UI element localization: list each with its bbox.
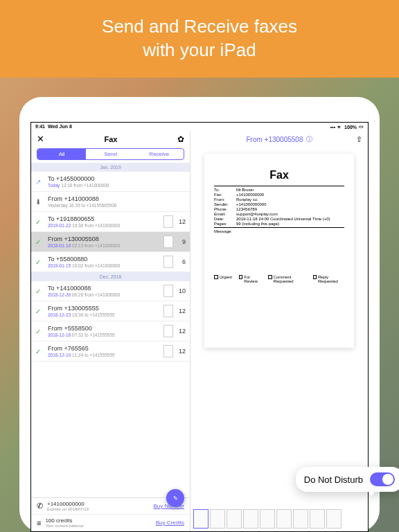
page-thumb[interactable] xyxy=(276,509,292,529)
page-thumb[interactable] xyxy=(210,509,225,529)
check-icon: ✓ xyxy=(35,287,44,295)
page-thumb xyxy=(163,215,173,228)
wifi-icon: ᯤ xyxy=(337,125,342,130)
battery-icon: ▭ xyxy=(359,124,364,130)
section-header: Jan, 2019 xyxy=(31,163,190,172)
credits-icon: ≡ xyxy=(37,519,41,527)
list-item[interactable]: ✓From +7655652018-12-10 11:24 to +141555… xyxy=(31,342,190,362)
download-icon: ⬇ xyxy=(35,198,44,206)
page-thumb[interactable] xyxy=(227,509,242,529)
page-thumb xyxy=(163,236,173,248)
list-item[interactable]: ✓To +19188006552019-01-22 10:30 from +14… xyxy=(31,212,190,232)
compose-icon: ✎ xyxy=(173,495,178,502)
checkbox-urgent[interactable] xyxy=(214,275,218,279)
page-thumb xyxy=(163,285,173,297)
filter-tabs: All Send Receive xyxy=(37,148,184,160)
phone-icon: ✆ xyxy=(37,502,43,511)
page-thumb[interactable] xyxy=(326,509,342,529)
tab-send[interactable]: Send xyxy=(86,149,134,159)
checkbox-reply[interactable] xyxy=(313,275,317,279)
list-item[interactable]: ✓From +1300055082018-01-10 02:13 from +1… xyxy=(31,232,190,252)
page-thumb xyxy=(163,256,173,268)
dnd-tooltip: Do Not Disturb xyxy=(296,467,399,492)
info-icon[interactable]: ⓘ xyxy=(306,135,312,144)
compose-button[interactable]: ✎ xyxy=(166,489,184,507)
page-thumbnails xyxy=(190,506,368,531)
check-icon: ✓ xyxy=(35,308,44,315)
list-item[interactable]: ✓From +55585002018-12-18 07:32 to +14155… xyxy=(31,321,190,342)
page-thumb xyxy=(163,325,173,337)
buy-credits-link[interactable]: Buy Credits xyxy=(156,520,184,526)
fax-list-pane: ✕ Fax ✿ All Send Receive Jan, 2019 ↗To +… xyxy=(31,131,190,531)
fax-list[interactable]: ↗To +1455000000Today 12:10 from +1410000… xyxy=(31,172,190,497)
status-bar: 9:41 Wed Jun 8 •••ᯤ100%▭ xyxy=(31,123,368,131)
outgoing-icon: ↗ xyxy=(35,178,44,186)
check-icon: ✓ xyxy=(35,348,44,355)
checkbox-comment[interactable] xyxy=(268,275,272,279)
list-item[interactable]: ↗To +1455000000Today 12:10 from +1410000… xyxy=(31,172,190,192)
preview-title: From +130005508 xyxy=(246,136,303,143)
share-icon[interactable]: ⇧ xyxy=(356,135,362,144)
list-item[interactable]: ⬇From +141000088Yesterday 16:39 to +1415… xyxy=(31,192,190,212)
page-thumb[interactable] xyxy=(310,509,325,529)
list-item[interactable]: ✓To +558008802019-01-15 16:02 from +1410… xyxy=(31,252,190,272)
fax-document[interactable]: Fax To:Mr.Brown Fax:+14100000000 From:Ru… xyxy=(204,154,354,348)
close-icon[interactable]: ✕ xyxy=(37,134,44,144)
page-thumb[interactable] xyxy=(243,509,258,529)
page-thumb[interactable] xyxy=(193,509,209,529)
dnd-toggle[interactable] xyxy=(370,472,395,486)
page-thumb[interactable] xyxy=(260,509,275,529)
section-header: Dec, 2018 xyxy=(31,272,190,281)
check-icon: ✓ xyxy=(35,238,44,246)
gear-icon[interactable]: ✿ xyxy=(177,134,184,144)
promo-banner: Send and Receive faxes with your iPad xyxy=(0,0,399,78)
pane-title: Fax xyxy=(105,135,118,143)
page-thumb xyxy=(163,305,173,317)
check-icon: ✓ xyxy=(35,218,44,226)
footer: ✆+14100000000Expires on 2018/07/19Buy Nu… xyxy=(31,497,190,531)
page-thumb xyxy=(163,345,173,357)
page-thumb[interactable] xyxy=(293,509,308,529)
dnd-label: Do Not Disturb xyxy=(304,475,363,485)
check-icon: ✓ xyxy=(35,258,44,266)
list-item[interactable]: ✓From +1300055552018-12-23 10:30 to +141… xyxy=(31,301,190,321)
signal-icon: ••• xyxy=(330,125,335,130)
check-icon: ✓ xyxy=(35,328,44,335)
tab-all[interactable]: All xyxy=(37,149,86,159)
tab-receive[interactable]: Receive xyxy=(135,149,184,159)
list-item[interactable]: ✓To +1410000882018-12-26 06:20 from +141… xyxy=(31,281,190,301)
checkbox-review[interactable] xyxy=(239,275,242,279)
